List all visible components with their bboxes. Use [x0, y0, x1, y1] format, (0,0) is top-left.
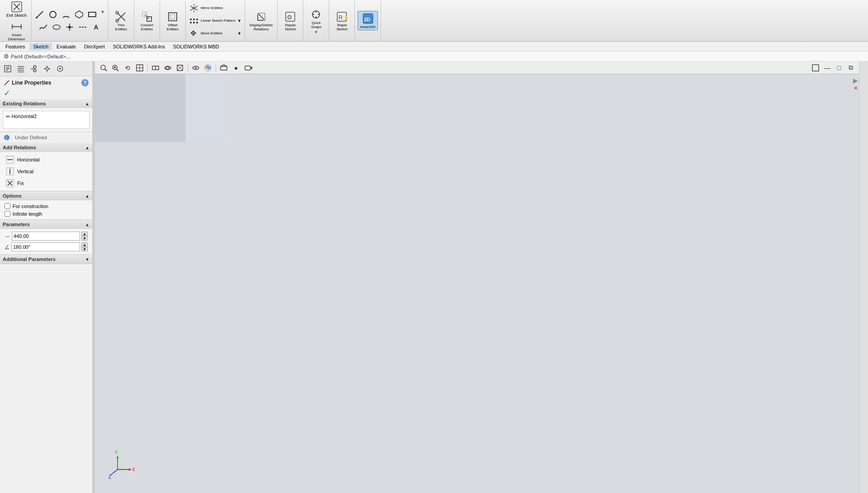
- view-lights-button[interactable]: ●: [231, 63, 241, 73]
- panel-icon-properties[interactable]: [2, 63, 14, 75]
- infinite-length-checkbox[interactable]: [5, 211, 10, 217]
- restore-button[interactable]: ⧉: [845, 63, 856, 73]
- apply-scene-button[interactable]: [218, 63, 229, 73]
- linear-pattern-icon: [189, 16, 199, 26]
- normal-view-button[interactable]: [810, 63, 821, 73]
- trim-entities-button[interactable]: TrimEntities: [111, 9, 131, 32]
- add-relations-header[interactable]: Add Relations ▲: [0, 143, 92, 152]
- text-button[interactable]: A: [90, 21, 102, 33]
- polygon-tool-button[interactable]: [73, 9, 85, 20]
- exit-sketch-button[interactable]: Exit Sketch: [5, 0, 28, 19]
- instant2d-button[interactable]: 2D Instant2D: [358, 11, 377, 30]
- more-sketch-button[interactable]: ▼: [99, 9, 106, 20]
- section-view-button[interactable]: [150, 63, 161, 73]
- param-angle-input[interactable]: [11, 242, 80, 251]
- menu-addins[interactable]: SOLIDWORKS Add-Ins: [109, 43, 169, 50]
- view-orient-button[interactable]: [134, 63, 145, 73]
- add-fix-button[interactable]: Fix: [3, 177, 90, 189]
- infinite-length-label: Infinite length: [13, 211, 42, 217]
- maximize-button[interactable]: □: [834, 63, 844, 73]
- svg-line-75: [5, 81, 9, 85]
- accept-button[interactable]: ✓: [0, 87, 92, 99]
- svg-point-34: [196, 19, 198, 20]
- circle-tool-icon: [48, 9, 58, 19]
- offset-group: OffsetEntities: [160, 1, 186, 40]
- panel-icon-display[interactable]: [54, 63, 66, 75]
- exit-sketch-icon: [10, 0, 23, 13]
- parameters-header[interactable]: Parameters ▲: [0, 220, 92, 229]
- display-delete-button[interactable]: Display/DeleteRelations: [248, 9, 275, 32]
- angle-down-button[interactable]: ▼: [81, 247, 88, 251]
- offset-entities-button[interactable]: OffsetEntities: [163, 9, 183, 32]
- sketch-canvas[interactable]: 440 ✛: [95, 74, 231, 142]
- existing-relations-header[interactable]: Existing Relations ▲: [0, 99, 92, 108]
- hide-show-button[interactable]: [190, 63, 201, 73]
- ellipse-button[interactable]: [50, 21, 63, 33]
- smart-dimension-button[interactable]: SmartDimension: [6, 19, 27, 42]
- svg-rect-12: [89, 12, 96, 17]
- param-length-input[interactable]: [12, 232, 80, 241]
- rapid-sketch-icon: R⚡: [335, 10, 348, 23]
- convert-icon: [141, 10, 153, 23]
- circle-tool-button[interactable]: [47, 9, 59, 20]
- convert-entities-button[interactable]: ConvertEntities: [137, 9, 157, 32]
- zoom-to-fit-button[interactable]: [98, 63, 108, 73]
- display-style-button[interactable]: [175, 63, 185, 73]
- centerline-button[interactable]: [76, 21, 89, 33]
- menu-dimxpert[interactable]: DimXpert: [80, 43, 108, 50]
- options-header[interactable]: Options ▲: [0, 191, 92, 200]
- arc-tool-button[interactable]: [60, 9, 72, 20]
- point-button[interactable]: [63, 21, 76, 33]
- menu-features[interactable]: Features: [2, 43, 28, 50]
- status-text: Under Defined: [12, 134, 50, 141]
- breadcrumb-text: Part4 (Default<<Default>...: [11, 54, 70, 59]
- quick-snaps-button[interactable]: QuickSnaps: [306, 7, 326, 30]
- right-side-panel: [859, 62, 868, 493]
- panel-icon-tree[interactable]: [28, 63, 40, 75]
- rectangle-tool-button[interactable]: [86, 9, 99, 20]
- angle-spinner: ▲ ▼: [81, 242, 88, 251]
- svg-point-10: [50, 11, 56, 18]
- previous-view-button[interactable]: ⟲: [122, 63, 133, 73]
- svg-point-74: [59, 68, 61, 70]
- for-construction-checkbox[interactable]: [5, 203, 10, 209]
- menu-evaluate[interactable]: Evaluate: [53, 43, 80, 50]
- add-horizontal-button[interactable]: Horizontal: [3, 154, 90, 166]
- angle-up-button[interactable]: ▲: [81, 242, 88, 247]
- relation-item-horizontal2[interactable]: ═ Horizontal2: [4, 112, 88, 120]
- length-up-button[interactable]: ▲: [81, 232, 88, 236]
- additional-params-header[interactable]: Additional Parameters ▼: [0, 255, 92, 264]
- mirror-entities-button[interactable]: Mirror Entities: [188, 2, 243, 14]
- infinite-length-row: Infinite length: [3, 210, 90, 218]
- svg-text:i: i: [6, 135, 7, 140]
- rapid-sketch-group: R⚡ RapidSketch: [329, 1, 355, 40]
- param-length-row: ↔ ▲ ▼: [3, 231, 90, 242]
- move-entities-button[interactable]: ✥ Move Entities ▼: [188, 28, 243, 39]
- length-down-button[interactable]: ▼: [81, 236, 88, 241]
- right-arrow-up[interactable]: ▶: [853, 77, 858, 84]
- spline-button[interactable]: [37, 21, 50, 33]
- edit-appearance-button[interactable]: [203, 63, 213, 73]
- view-display-button[interactable]: [162, 63, 173, 73]
- spline-icon: [38, 22, 48, 32]
- panel-icon-config[interactable]: [41, 63, 53, 75]
- repair-sketch-button[interactable]: ⚙ RepairSketch: [280, 9, 300, 32]
- line-tool-button[interactable]: [33, 9, 46, 20]
- instant2d-group: 2D Instant2D: [355, 1, 381, 40]
- menu-mbd[interactable]: SOLIDWORKS MBD: [170, 43, 223, 50]
- view-cameras-button[interactable]: [243, 63, 254, 73]
- svg-rect-109: [185, 74, 231, 142]
- status-row: i Under Defined: [0, 132, 92, 143]
- menu-sketch[interactable]: Sketch: [29, 43, 52, 50]
- zoom-in-button[interactable]: [110, 63, 121, 73]
- help-button[interactable]: ?: [81, 79, 89, 86]
- svg-point-37: [196, 22, 198, 24]
- add-vertical-button[interactable]: Vertical: [3, 166, 90, 177]
- linear-pattern-button[interactable]: Linear Sketch Pattern ▼: [188, 15, 243, 27]
- minimize-button[interactable]: —: [822, 63, 833, 73]
- drawing-area[interactable]: ⟲ ●: [95, 62, 859, 493]
- rapid-sketch-button[interactable]: R⚡ RapidSketch: [332, 9, 352, 32]
- close-panel-button[interactable]: ✕: [854, 85, 858, 91]
- svg-line-136: [111, 469, 118, 475]
- panel-icon-list[interactable]: [15, 63, 27, 75]
